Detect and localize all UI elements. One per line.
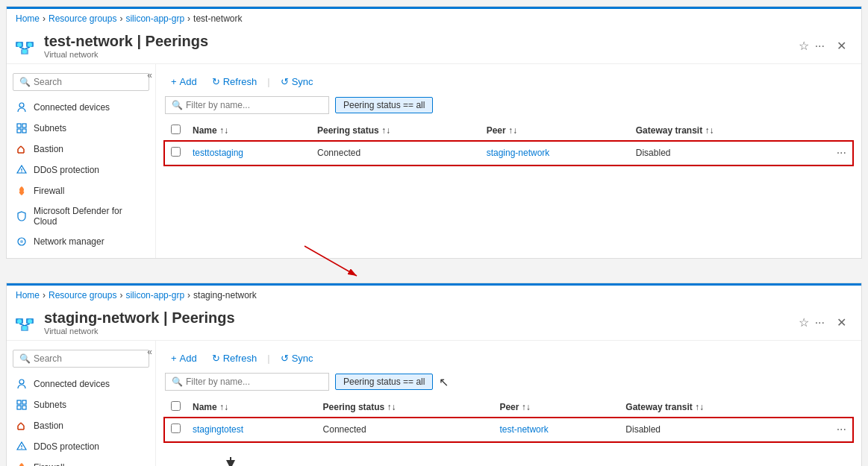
connected-devices-icon-2 (16, 378, 28, 390)
filter-input-2[interactable]: 🔍 (165, 373, 329, 391)
add-button-1[interactable]: + Add (165, 73, 203, 90)
row-actions-2[interactable]: ··· (807, 418, 852, 441)
panel-header-1: test-network | Peerings Virtual network … (7, 28, 861, 64)
sidebar-collapse-1[interactable]: « (147, 70, 152, 81)
row-select-checkbox-1[interactable] (171, 147, 181, 157)
table-row-1: testtostaging Connected staging-network … (165, 142, 852, 165)
sidebar-item-firewall-1[interactable]: Firewall (7, 180, 155, 201)
refresh-icon-1: ↻ (212, 76, 220, 87)
peering-name-link-1[interactable]: testtostaging (193, 148, 243, 158)
star-button-1[interactable]: ☆ (799, 39, 809, 53)
star-button-2[interactable]: ☆ (799, 315, 809, 330)
cursor-indicator: ↖ (439, 375, 449, 389)
sidebar-item-bastion-1[interactable]: Bastion (7, 139, 155, 160)
filter-input-1[interactable]: 🔍 (165, 96, 329, 114)
sidebar-item-firewall-2[interactable]: Firewall (7, 457, 155, 466)
sidebar-item-ddos-1[interactable]: DDoS protection (7, 160, 155, 180)
toolbar-divider-1: | (267, 76, 269, 87)
svg-point-31 (22, 326, 27, 330)
search-icon-2: 🔍 (19, 353, 31, 364)
network-manager-icon-1 (16, 236, 28, 248)
panel-test-network: Home › Resource groups › silicon-app-grp… (6, 6, 862, 259)
breadcrumb-rg-1[interactable]: Resource groups (49, 13, 116, 24)
row-status-2: Connected (317, 418, 494, 441)
select-all-checkbox-1[interactable] (171, 125, 181, 134)
row-name-2: stagingtotest (187, 418, 317, 441)
peerings-table-2: Name ↑↓ Peering status ↑↓ Peer ↑↓ Gatewa… (165, 397, 852, 441)
breadcrumb-grp-1[interactable]: silicon-app-grp (125, 13, 184, 24)
breadcrumb-grp-2[interactable]: silicon-app-grp (125, 290, 184, 300)
header-checkbox-2 (165, 397, 187, 418)
sidebar-item-connected-devices-1[interactable]: Connected devices (7, 97, 155, 118)
svg-point-7 (22, 49, 27, 54)
peer-link-1[interactable]: staging-network (487, 148, 550, 158)
ellipsis-button-2[interactable]: ··· (815, 316, 825, 330)
sidebar-item-subnets-1[interactable]: Subnets (7, 118, 155, 139)
col-header-peer-2: Peer ↑↓ (493, 397, 619, 418)
filter-text-input-1[interactable] (186, 100, 322, 110)
search-input-1[interactable] (34, 77, 143, 87)
filter-text-input-2[interactable] (186, 377, 322, 387)
search-input-2[interactable] (34, 353, 143, 364)
svg-line-14 (21, 146, 24, 149)
sidebar-item-defender-1[interactable]: Microsoft Defender for Cloud (7, 201, 155, 231)
svg-line-23 (305, 246, 357, 276)
ellipsis-button-1[interactable]: ··· (815, 40, 825, 53)
breadcrumb-1: Home › Resource groups › silicon-app-grp… (7, 9, 861, 28)
ddos-icon-1 (16, 164, 28, 176)
sidebar-item-network-manager-1[interactable]: Network manager (7, 231, 155, 252)
sync-button-1[interactable]: ↺ Sync (275, 73, 319, 90)
refresh-button-1[interactable]: ↻ Refresh (206, 73, 263, 90)
col-header-name-2: Name ↑↓ (187, 397, 317, 418)
panel-body-2: 🔍 « Connected devices Subnets (7, 341, 861, 466)
col-header-status-2: Peering status ↑↓ (317, 397, 494, 418)
sync-icon-2: ↺ (281, 353, 289, 364)
search-icon-1: 🔍 (19, 77, 31, 87)
panel-subtitle-1: Virtual network (44, 50, 799, 59)
breadcrumb-home-1[interactable]: Home (16, 13, 40, 24)
close-button-1[interactable]: ✕ (831, 36, 852, 56)
svg-rect-34 (22, 400, 26, 404)
svg-point-5 (17, 42, 22, 47)
sidebar-item-bastion-2[interactable]: Bastion (7, 415, 155, 436)
filter-tag-1[interactable]: Peering status == all (335, 97, 433, 113)
sidebar-item-ddos-2[interactable]: DDoS protection (7, 436, 155, 457)
add-button-2[interactable]: + Add (165, 350, 203, 367)
panel-title-2: staging-network | Peerings (44, 309, 799, 327)
svg-rect-12 (22, 129, 26, 133)
search-box-2[interactable]: 🔍 (13, 350, 149, 368)
row-select-checkbox-2[interactable] (171, 424, 181, 433)
close-button-2[interactable]: ✕ (831, 312, 852, 333)
sidebar-item-label-2: Subnets (34, 400, 66, 410)
filter-bar-2: 🔍 Peering status == all ↖ (156, 373, 861, 397)
peer-link-2[interactable]: test-network (499, 424, 548, 435)
sidebar-item-connected-devices-2[interactable]: Connected devices (7, 374, 155, 394)
svg-point-6 (28, 42, 32, 47)
row-status-1: Connected (311, 142, 481, 165)
sync-button-2[interactable]: ↺ Sync (275, 350, 319, 367)
breadcrumb-rg-2[interactable]: Resource groups (49, 290, 116, 300)
sidebar-item-subnets-2[interactable]: Subnets (7, 394, 155, 415)
select-all-checkbox-2[interactable] (171, 401, 181, 411)
row-actions-1[interactable]: ··· (809, 142, 852, 165)
panel-header-2: staging-network | Peerings Virtual netwo… (7, 305, 861, 341)
sidebar-collapse-2[interactable]: « (147, 347, 152, 357)
svg-rect-11 (17, 129, 21, 133)
filter-bar-1: 🔍 Peering status == all (156, 96, 861, 120)
peerings-table-1: Name ↑↓ Peering status ↑↓ Peer ↑↓ Gatewa… (165, 120, 852, 165)
svg-point-19 (21, 171, 22, 172)
filter-tag-2[interactable]: Peering status == all (335, 374, 433, 390)
breadcrumb-home-2[interactable]: Home (16, 290, 40, 300)
sidebar-item-label-2: Firewall (34, 462, 64, 466)
row-checkbox-2 (165, 418, 187, 441)
vnet-icon-1 (13, 34, 37, 58)
sidebar-item-label: Network manager (34, 236, 104, 247)
ddos-icon-2 (16, 441, 28, 453)
toolbar-2: + Add ↻ Refresh | ↺ Sync (156, 347, 861, 373)
search-box-1[interactable]: 🔍 (13, 73, 149, 91)
panel-title-1: test-network | Peerings (44, 33, 799, 50)
svg-line-27 (19, 324, 25, 326)
refresh-button-2[interactable]: ↻ Refresh (206, 350, 263, 367)
peering-name-link-2[interactable]: stagingtotest (193, 424, 243, 435)
sidebar-item-label-2: Bastion (34, 421, 63, 431)
